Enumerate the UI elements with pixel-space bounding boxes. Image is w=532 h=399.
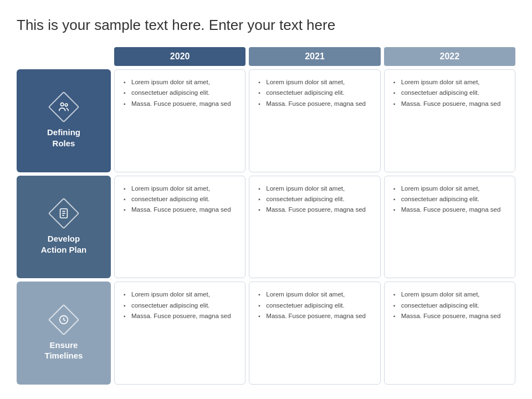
ensure-timelines-label: EnsureTimelines — [45, 340, 83, 361]
defining-roles-2020-cell: Lorem ipsum dolor sit amet, consectetuer… — [114, 69, 245, 172]
ensure-timelines-2020-cell: Lorem ipsum dolor sit amet, consectetuer… — [114, 282, 245, 385]
list-item: consectetuer adipiscing elit. — [124, 88, 236, 98]
data-row-develop-action-plan: DevelopAction Plan Lorem ipsum dolor sit… — [17, 176, 515, 279]
ensure-timelines-2021-cell: Lorem ipsum dolor sit amet, consectetuer… — [249, 282, 380, 385]
page: This is your sample text here. Enter you… — [0, 0, 532, 399]
header-2022: 2022 — [384, 47, 515, 66]
svg-point-0 — [61, 103, 64, 106]
list-item: Massa. Fusce posuere, magna sed — [393, 311, 506, 321]
data-row-defining-roles: DefiningRoles Lorem ipsum dolor sit amet… — [17, 69, 515, 172]
defining-roles-2021-list: Lorem ipsum dolor sit amet, consectetuer… — [258, 78, 371, 109]
defining-roles-2021-cell: Lorem ipsum dolor sit amet, consectetuer… — [249, 69, 380, 172]
header-2021: 2021 — [249, 47, 380, 66]
document-icon — [50, 200, 78, 227]
defining-roles-2020-list: Lorem ipsum dolor sit amet, consectetuer… — [124, 78, 236, 109]
list-item: Lorem ipsum dolor sit amet, — [393, 184, 506, 193]
list-item: consectetuer adipiscing elit. — [393, 301, 506, 310]
defining-roles-2022-cell: Lorem ipsum dolor sit amet, consectetuer… — [384, 69, 515, 172]
table-container: 2020 2021 2022 — [17, 47, 515, 388]
list-item: Massa. Fusce posuere, magna sed — [258, 205, 371, 214]
clock-icon — [50, 306, 78, 334]
ensure-timelines-icon-container — [49, 305, 78, 334]
header-spacer — [17, 47, 111, 66]
list-item: Lorem ipsum dolor sit amet, — [258, 290, 371, 299]
list-item: consectetuer adipiscing elit. — [124, 301, 236, 310]
list-item: Massa. Fusce posuere, magna sed — [393, 205, 506, 214]
list-item: Lorem ipsum dolor sit amet, — [124, 184, 236, 193]
ensure-timelines-2022-cell: Lorem ipsum dolor sit amet, consectetuer… — [384, 282, 515, 385]
header-2020: 2020 — [114, 47, 245, 66]
list-item: Lorem ipsum dolor sit amet, — [258, 184, 371, 193]
develop-action-plan-2021-list: Lorem ipsum dolor sit amet, consectetuer… — [258, 184, 371, 215]
list-item: Massa. Fusce posuere, magna sed — [124, 205, 236, 214]
list-item: Lorem ipsum dolor sit amet, — [393, 290, 506, 299]
list-item: Lorem ipsum dolor sit amet, — [258, 78, 371, 87]
develop-action-plan-label: DevelopAction Plan — [41, 233, 87, 255]
list-item: Massa. Fusce posuere, magna sed — [258, 311, 371, 321]
header-row: 2020 2021 2022 — [17, 47, 515, 66]
list-item: Lorem ipsum dolor sit amet, — [124, 290, 236, 299]
list-item: consectetuer adipiscing elit. — [258, 195, 371, 204]
list-item: consectetuer adipiscing elit. — [393, 88, 506, 98]
list-item: Massa. Fusce posuere, magna sed — [124, 311, 236, 321]
develop-action-plan-2020-cell: Lorem ipsum dolor sit amet, consectetuer… — [114, 176, 245, 279]
list-item: Lorem ipsum dolor sit amet, — [393, 78, 506, 87]
develop-action-plan-2021-cell: Lorem ipsum dolor sit amet, consectetuer… — [249, 176, 380, 279]
develop-action-plan-2022-list: Lorem ipsum dolor sit amet, consectetuer… — [393, 184, 506, 215]
row-label-develop-action-plan: DevelopAction Plan — [17, 176, 111, 279]
list-item: consectetuer adipiscing elit. — [124, 195, 236, 204]
svg-point-1 — [65, 104, 68, 107]
people-icon — [50, 93, 78, 121]
ensure-timelines-2020-list: Lorem ipsum dolor sit amet, consectetuer… — [124, 290, 236, 321]
develop-action-plan-icon-container — [49, 199, 78, 228]
page-title: This is your sample text here. Enter you… — [17, 17, 515, 34]
develop-action-plan-2022-cell: Lorem ipsum dolor sit amet, consectetuer… — [384, 176, 515, 279]
ensure-timelines-2022-list: Lorem ipsum dolor sit amet, consectetuer… — [393, 290, 506, 321]
list-item: Lorem ipsum dolor sit amet, — [124, 78, 236, 87]
data-row-ensure-timelines: EnsureTimelines Lorem ipsum dolor sit am… — [17, 282, 515, 385]
row-label-defining-roles: DefiningRoles — [17, 69, 111, 172]
defining-roles-2022-list: Lorem ipsum dolor sit amet, consectetuer… — [393, 78, 506, 109]
list-item: Massa. Fusce posuere, magna sed — [258, 99, 371, 109]
row-label-ensure-timelines: EnsureTimelines — [17, 282, 111, 385]
defining-roles-icon-container — [49, 93, 78, 121]
list-item: consectetuer adipiscing elit. — [258, 88, 371, 98]
list-item: consectetuer adipiscing elit. — [258, 301, 371, 310]
ensure-timelines-2021-list: Lorem ipsum dolor sit amet, consectetuer… — [258, 290, 371, 321]
list-item: consectetuer adipiscing elit. — [393, 195, 506, 204]
develop-action-plan-2020-list: Lorem ipsum dolor sit amet, consectetuer… — [124, 184, 236, 215]
list-item: Massa. Fusce posuere, magna sed — [393, 99, 506, 109]
defining-roles-label: DefiningRoles — [47, 127, 80, 149]
list-item: Massa. Fusce posuere, magna sed — [124, 99, 236, 109]
